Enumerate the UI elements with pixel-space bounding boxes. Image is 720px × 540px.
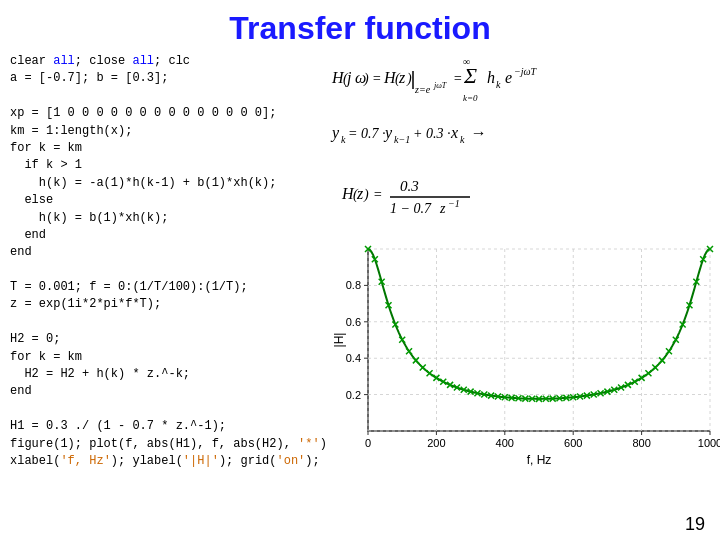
svg-text:0.3: 0.3 — [400, 178, 419, 194]
chart-area — [330, 239, 720, 469]
svg-text:1 − 0.7: 1 − 0.7 — [390, 201, 432, 216]
code-line: if k > 1 — [10, 157, 320, 174]
main-content: clear all; close all; clca = [-0.7]; b =… — [0, 53, 720, 470]
svg-text:=: = — [373, 187, 382, 202]
svg-text:= 0.7 ·: = 0.7 · — [348, 126, 385, 141]
svg-text:−1: −1 — [448, 198, 460, 209]
code-line — [10, 401, 320, 418]
svg-text:z: z — [356, 185, 364, 202]
code-line: for k = km — [10, 140, 320, 157]
code-line: else — [10, 192, 320, 209]
formula-1: H ( j ω ) = H ( z ) z=e jωT = Σ ∞ k — [330, 53, 720, 110]
svg-text:e: e — [505, 69, 512, 86]
code-line: z = exp(1i*2*pi*f*T); — [10, 296, 320, 313]
code-line: km = 1:length(x); — [10, 123, 320, 140]
svg-text:j: j — [345, 69, 352, 87]
code-line — [10, 88, 320, 105]
svg-text:): ) — [406, 71, 412, 87]
code-line: H1 = 0.3 ./ (1 - 0.7 * z.^-1); — [10, 418, 320, 435]
code-line: a = [-0.7]; b = [0.3]; — [10, 70, 320, 87]
svg-text:∞: ∞ — [463, 56, 470, 67]
svg-text:x: x — [450, 124, 458, 141]
svg-text:z: z — [398, 69, 406, 86]
svg-text:−jωT: −jωT — [514, 66, 538, 77]
svg-text:h: h — [487, 69, 495, 86]
code-line: H2 = H2 + h(k) * z.^-k; — [10, 366, 320, 383]
svg-text:): ) — [363, 71, 369, 87]
svg-text:k: k — [496, 79, 501, 90]
code-line — [10, 262, 320, 279]
code-line: xp = [1 0 0 0 0 0 0 0 0 0 0 0 0 0 0]; — [10, 105, 320, 122]
code-line: end — [10, 383, 320, 400]
code-line: clear all; close all; clc — [10, 53, 320, 70]
right-panel: H ( j ω ) = H ( z ) z=e jωT = Σ ∞ k — [320, 53, 720, 470]
code-line — [10, 314, 320, 331]
svg-text:+ 0.3 ·: + 0.3 · — [413, 126, 450, 141]
formula-3: H ( z ) = 0.3 1 − 0.7 z −1 — [340, 169, 720, 231]
svg-text:y: y — [330, 124, 340, 142]
code-line: h(k) = -a(1)*h(k-1) + b(1)*xh(k); — [10, 175, 320, 192]
svg-text:k: k — [460, 134, 465, 145]
svg-text:k=0: k=0 — [463, 93, 478, 103]
svg-text:y: y — [383, 124, 393, 142]
page-title: Transfer function — [0, 0, 720, 53]
formula-2: y k = 0.7 · y k−1 + 0.3 · x k → — [330, 112, 720, 164]
code-line: T = 0.001; f = 0:(1/T/100):(1/T); — [10, 279, 320, 296]
svg-text:jωT: jωT — [433, 81, 447, 90]
code-line: for k = km — [10, 349, 320, 366]
svg-text:): ) — [363, 187, 369, 203]
code-line: xlabel('f, Hz'); ylabel('|H|'); grid('on… — [10, 453, 320, 470]
code-line: h(k) = b(1)*xh(k); — [10, 210, 320, 227]
svg-text:=: = — [372, 71, 381, 86]
svg-text:→: → — [470, 124, 486, 141]
code-panel: clear all; close all; clca = [-0.7]; b =… — [10, 53, 320, 470]
svg-text:k−1: k−1 — [394, 134, 410, 145]
code-line: H2 = 0; — [10, 331, 320, 348]
page-number: 19 — [685, 514, 705, 535]
svg-text:=: = — [453, 71, 462, 86]
code-line: figure(1); plot(f, abs(H1), f, abs(H2), … — [10, 436, 320, 453]
svg-text:z=e: z=e — [414, 84, 431, 95]
code-line: end — [10, 244, 320, 261]
code-line: end — [10, 227, 320, 244]
svg-text:z: z — [439, 201, 446, 216]
svg-text:k: k — [341, 134, 346, 145]
